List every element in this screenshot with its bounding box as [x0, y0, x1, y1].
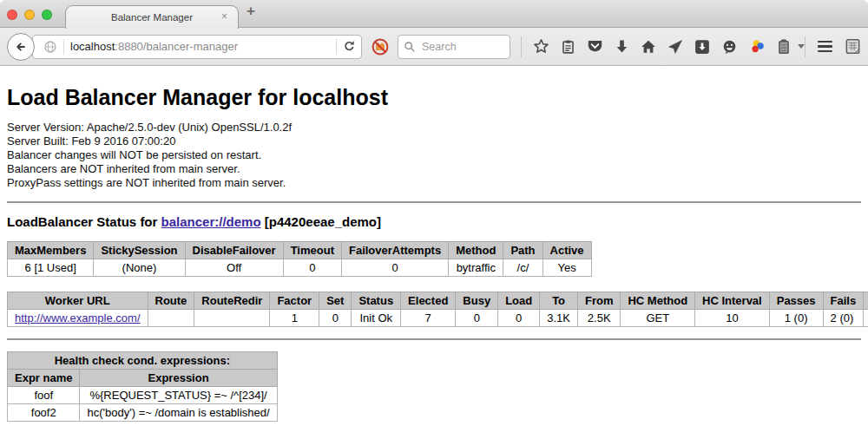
page-content: Load Balancer Manager for localhost Serv… — [0, 66, 868, 426]
disablefailover-cell: Off — [185, 259, 283, 277]
table-header-row: Expr name Expression — [8, 370, 278, 387]
smiley-icon — [721, 39, 738, 55]
status-heading-suffix: [p4420eeae_demo] — [261, 214, 381, 229]
balancer-demo-link[interactable]: balancer://demo — [161, 214, 261, 229]
persist-note-line: Balancer changes will NOT be persisted o… — [7, 148, 861, 162]
send-tab-button[interactable] — [667, 39, 683, 55]
health-check-table: Health check cond. expressions: Expr nam… — [7, 351, 278, 422]
minimize-window-button[interactable] — [24, 10, 35, 20]
globe-icon — [43, 40, 57, 54]
elected-cell: 7 — [401, 310, 456, 327]
failoverattempts-cell: 0 — [341, 259, 448, 277]
header-cell: Fails — [823, 292, 864, 310]
new-tab-button[interactable]: + — [247, 3, 255, 20]
toolbar-separator — [521, 36, 522, 57]
header-cell: Worker URL — [8, 292, 148, 310]
toolbar-overflow-caret-icon[interactable] — [798, 44, 805, 49]
browser-window: Balancer Manager × + localhost:8880/bala… — [0, 0, 868, 426]
clipboard-icon — [561, 39, 575, 55]
downloads-panel-button[interactable] — [694, 39, 710, 55]
header-cell: Active — [542, 242, 591, 259]
bookmarks-sidebar-button[interactable] — [561, 39, 575, 55]
container-extension-button[interactable] — [777, 39, 791, 55]
toolbar-buttons — [533, 38, 805, 55]
tab-close-icon[interactable]: × — [221, 10, 227, 23]
pocket-button[interactable] — [587, 39, 603, 54]
health-table-title: Health check cond. expressions: — [8, 352, 278, 370]
worker-url-link[interactable]: http://www.example.com/ — [15, 311, 141, 324]
status-cell: Init Ok — [352, 310, 401, 327]
navigation-toolbar: localhost:8880/balancer-manager — [0, 28, 868, 66]
set-cell: 0 — [319, 310, 352, 327]
page-tools-button[interactable] — [845, 38, 861, 55]
header-cell: Factor — [270, 292, 319, 310]
emoji-extension-button[interactable] — [721, 39, 738, 55]
header-cell: Method — [449, 242, 503, 259]
home-icon — [641, 39, 656, 55]
table-header-row: Worker URL Route RouteRedir Factor Set S… — [8, 292, 868, 310]
header-cell: HC Method — [621, 292, 695, 310]
search-input[interactable] — [420, 40, 502, 54]
plugin-blocked-icon — [371, 37, 390, 56]
header-cell: Timeout — [283, 242, 341, 259]
header-cell: Expr name — [8, 370, 80, 387]
balancer-status-heading: LoadBalancer Status for balancer://demo … — [7, 214, 861, 229]
header-cell: To — [540, 292, 578, 310]
header-cell: Elected — [401, 292, 456, 310]
path-cell: /c/ — [503, 259, 542, 277]
status-heading-prefix: LoadBalancer Status for — [7, 214, 161, 229]
paper-plane-icon — [667, 39, 683, 55]
titlebar: Balancer Manager × + — [0, 0, 868, 28]
route-cell — [148, 310, 194, 327]
page-title: Load Balancer Manager for localhost — [7, 85, 861, 110]
url-host: localhost — [70, 40, 115, 53]
factor-cell: 1 — [270, 310, 319, 327]
url-field[interactable]: localhost:8880/balancer-manager — [32, 35, 362, 59]
header-cell: Load — [498, 292, 540, 310]
method-cell: bytraffic — [449, 259, 503, 277]
tab-title: Balancer Manager — [111, 12, 193, 23]
back-button[interactable] — [7, 33, 35, 61]
url-text: localhost:8880/balancer-manager — [70, 40, 330, 53]
menu-button[interactable] — [818, 41, 832, 53]
tab-balancer-manager[interactable]: Balancer Manager × — [65, 5, 239, 29]
worker-table: Worker URL Route RouteRedir Factor Set S… — [7, 292, 868, 327]
search-field[interactable] — [398, 35, 510, 59]
expr-name-cell: foof2 — [8, 404, 80, 422]
table-row: foof2 hc('body') =~ /domain is establish… — [8, 404, 278, 422]
download-button[interactable] — [615, 39, 629, 54]
pocket-icon — [587, 39, 603, 54]
reload-icon — [343, 40, 356, 53]
close-window-button[interactable] — [7, 10, 17, 20]
section-divider — [7, 338, 861, 340]
from-cell: 2.5K — [577, 310, 621, 327]
proxypass-note-line: ProxyPass settings are NOT inherited fro… — [7, 176, 861, 190]
table-title-row: Health check cond. expressions: — [8, 352, 278, 370]
expr-name-cell: foof — [8, 387, 80, 404]
zoom-window-button[interactable] — [42, 10, 52, 20]
header-cell: From — [577, 292, 621, 310]
header-cell: DisableFailover — [185, 242, 283, 259]
toolbar-right-group — [805, 36, 863, 57]
header-cell: HC uri — [864, 292, 868, 310]
header-cell: FailoverAttempts — [341, 242, 448, 259]
balancer-settings-table: MaxMembers StickySession DisableFailover… — [7, 241, 592, 277]
header-cell: Expression — [80, 370, 277, 387]
plugin-blocked-button[interactable] — [371, 37, 390, 56]
server-version-line: Server Version: Apache/2.5.0-dev (Unix) … — [7, 121, 861, 134]
stickysession-cell: (None) — [94, 259, 185, 277]
header-cell: Passes — [769, 292, 823, 310]
search-icon — [404, 41, 416, 53]
server-built-line: Server Built: Feb 9 2016 07:00:20 — [7, 134, 861, 148]
worker-url-cell: http://www.example.com/ — [8, 310, 148, 327]
server-info: Server Version: Apache/2.5.0-dev (Unix) … — [7, 121, 861, 190]
header-cell: Busy — [456, 292, 498, 310]
colorzilla-extension-button[interactable] — [749, 38, 766, 55]
to-cell: 3.1K — [540, 310, 578, 327]
balancers-note-line: Balancers are NOT inherited from main se… — [7, 162, 861, 176]
active-cell: Yes — [542, 259, 591, 277]
reload-button[interactable] — [343, 40, 356, 53]
bookmark-star-button[interactable] — [533, 38, 549, 55]
home-button[interactable] — [641, 39, 656, 55]
downloads-panel-icon — [694, 39, 710, 55]
